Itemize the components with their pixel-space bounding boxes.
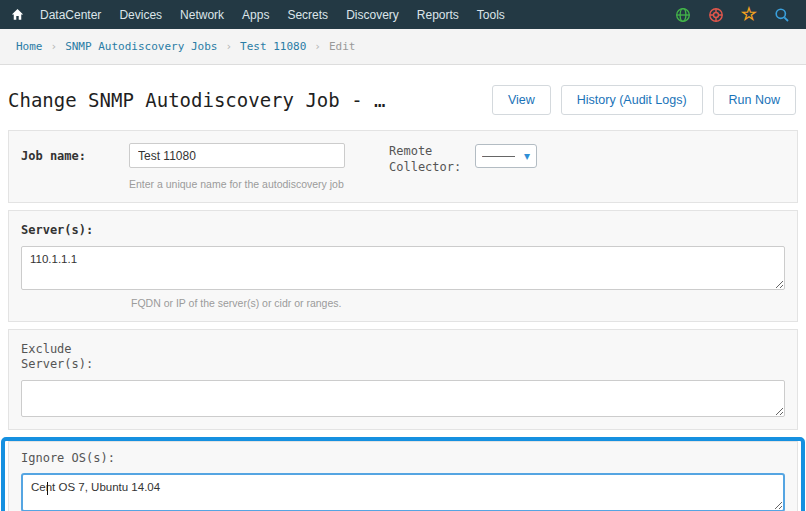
nav-item-datacenter[interactable]: DataCenter — [31, 8, 110, 22]
servers-help-text: FQDN or IP of the server(s) or cidr or r… — [131, 297, 785, 309]
job-name-input[interactable] — [129, 143, 345, 168]
breadcrumb-snmp-autodiscovery-jobs[interactable]: SNMP Autodiscovery Jobs — [65, 40, 217, 53]
breadcrumb-home[interactable]: Home — [16, 40, 43, 53]
chevron-down-icon: ▾ — [524, 150, 530, 162]
remote-collector-selected-value: ——— — [482, 149, 515, 163]
fieldset-servers: Server(s): 110.1.1.1 FQDN or IP of the s… — [8, 210, 798, 322]
nav-item-secrets[interactable]: Secrets — [278, 8, 337, 22]
exclude-servers-textarea[interactable] — [21, 380, 785, 417]
page-header: Change SNMP Autodiscovery Job - … View H… — [0, 65, 806, 130]
nav-item-network[interactable]: Network — [171, 8, 233, 22]
globe-icon[interactable] — [675, 7, 691, 23]
breadcrumb-separator: › — [314, 40, 321, 53]
history-audit-logs-button[interactable]: History (Audit Logs) — [561, 85, 703, 115]
breadcrumb-test-11080[interactable]: Test 11080 — [240, 40, 306, 53]
servers-textarea[interactable]: 110.1.1.1 — [21, 246, 785, 290]
support-icon[interactable] — [708, 7, 724, 23]
fieldset-job-name: Job name: Enter a unique name for the au… — [8, 130, 798, 203]
highlight-outline: Ignore OS(s): Cent OS 7, Ubuntu 14.04 — [1, 437, 805, 511]
run-now-button[interactable]: Run Now — [713, 85, 796, 115]
nav-item-devices[interactable]: Devices — [110, 8, 171, 22]
ignore-os-field-group: Cent OS 7, Ubuntu 14.04 — [21, 473, 785, 511]
fieldset-exclude-servers: Exclude Server(s): — [8, 329, 798, 430]
job-name-label: Job name: — [21, 143, 129, 165]
star-icon[interactable]: ☆ — [741, 5, 757, 23]
nav-item-tools[interactable]: Tools — [468, 8, 514, 22]
view-button[interactable]: View — [492, 85, 551, 115]
remote-collector-field-group: Remote Collector: ——— ▾ — [389, 143, 537, 175]
remote-collector-select[interactable]: ——— ▾ — [475, 144, 537, 168]
breadcrumb-current-edit: Edit — [329, 40, 356, 53]
page-title: Change SNMP Autodiscovery Job - … — [8, 89, 386, 111]
top-navbar: DataCenter Devices Network Apps Secrets … — [0, 0, 806, 29]
job-name-help-text: Enter a unique name for the autodiscover… — [129, 178, 345, 190]
nav-item-apps[interactable]: Apps — [233, 8, 278, 22]
breadcrumb-separator: › — [225, 40, 232, 53]
exclude-servers-label: Exclude Server(s): — [21, 342, 113, 373]
ignore-os-label: Ignore OS(s): — [21, 451, 785, 467]
job-name-field-group: Enter a unique name for the autodiscover… — [129, 143, 345, 190]
ignore-os-textarea[interactable]: Cent OS 7, Ubuntu 14.04 — [21, 473, 785, 511]
header-button-group: View History (Audit Logs) Run Now — [492, 85, 796, 115]
navbar-icon-group: ☆ — [675, 7, 796, 23]
remote-collector-label: Remote Collector: — [389, 143, 475, 175]
fieldset-ignore-os: Ignore OS(s): Cent OS 7, Ubuntu 14.04 — [8, 441, 798, 511]
text-cursor — [47, 482, 48, 495]
nav-item-discovery[interactable]: Discovery — [337, 8, 408, 22]
breadcrumb: Home › SNMP Autodiscovery Jobs › Test 11… — [0, 29, 806, 65]
nav-item-reports[interactable]: Reports — [408, 8, 468, 22]
servers-label: Server(s): — [21, 223, 785, 239]
home-icon[interactable] — [10, 7, 25, 22]
breadcrumb-separator: › — [51, 40, 58, 53]
search-icon[interactable] — [774, 7, 790, 23]
